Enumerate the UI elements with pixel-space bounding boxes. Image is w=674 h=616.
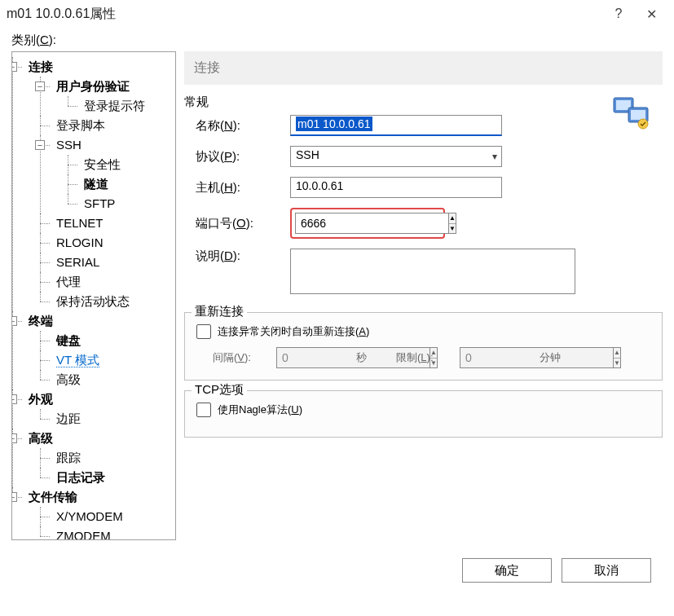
ok-button[interactable]: 确定 — [462, 558, 552, 583]
interval-unit: 秒 — [356, 350, 367, 365]
host-label: 主机(H): — [184, 180, 290, 196]
tree-advanced2[interactable]: −高级 跟踪 日志记录 — [17, 429, 174, 487]
collapse-icon[interactable]: − — [11, 62, 17, 72]
auto-reconnect-label: 连接异常关闭时自动重新连接(A) — [218, 324, 369, 339]
tree-advanced[interactable]: 高级 — [45, 370, 174, 389]
panel-header: 连接 — [184, 51, 663, 85]
tree-serial[interactable]: SERIAL — [45, 253, 174, 272]
tree-telnet[interactable]: TELNET — [45, 213, 174, 233]
tree-proxy[interactable]: 代理 — [45, 272, 174, 292]
limit-label: 限制(L): — [396, 350, 453, 365]
tree-tunnel[interactable]: 隧道 — [73, 174, 174, 194]
interval-spinner: ▲▼ — [276, 347, 350, 368]
port-input[interactable] — [295, 213, 448, 234]
connection-icon — [612, 96, 651, 133]
tree-user-auth[interactable]: −用户身份验证 登录提示符 — [45, 77, 174, 116]
tree-keyboard[interactable]: 键盘 — [45, 331, 174, 350]
desc-label: 说明(D): — [184, 249, 290, 264]
nagle-label: 使用Nagle算法(U) — [218, 403, 302, 417]
tree-ssh[interactable]: −SSH 安全性 隧道 SFTP — [45, 135, 174, 213]
category-label: 类别(C): — [11, 33, 663, 48]
spin-up-icon: ▲ — [614, 348, 620, 359]
interval-label: 间隔(V): — [213, 350, 270, 365]
nagle-checkbox[interactable]: 使用Nagle算法(U) — [196, 403, 650, 417]
port-label: 端口号(O): — [184, 216, 290, 231]
help-button[interactable]: ? — [602, 2, 635, 26]
checkbox-icon — [196, 324, 211, 339]
tree-trace[interactable]: 跟踪 — [45, 448, 174, 468]
tree-connection[interactable]: −连接 −用户身份验证 登录提示符 登录脚本 −SSH 安全性 — [17, 57, 174, 311]
titlebar: m01 10.0.0.61属性 ? ✕ — [0, 0, 674, 28]
limit-unit: 分钟 — [540, 350, 561, 365]
port-spinner[interactable]: ▲▼ — [295, 213, 393, 234]
tree-vt-mode[interactable]: VT 模式 — [45, 350, 174, 370]
collapse-icon[interactable]: − — [11, 492, 17, 502]
description-textarea[interactable] — [290, 249, 575, 294]
host-input[interactable]: 10.0.0.61 — [290, 177, 502, 198]
tcp-group: TCP选项 使用Nagle算法(U) — [184, 390, 663, 438]
category-tree[interactable]: −连接 −用户身份验证 登录提示符 登录脚本 −SSH 安全性 — [11, 51, 176, 540]
tree-xymodem[interactable]: X/YMODEM — [45, 507, 174, 526]
spinner-buttons: ▲▼ — [613, 347, 621, 368]
spinner-buttons[interactable]: ▲▼ — [448, 213, 456, 234]
tree-terminal[interactable]: −终端 键盘 VT 模式 高级 — [17, 311, 174, 389]
spin-down-icon: ▼ — [614, 359, 620, 368]
tree-zmodem[interactable]: ZMODEM — [45, 526, 174, 540]
svg-rect-3 — [631, 110, 645, 120]
collapse-icon[interactable]: − — [35, 140, 45, 150]
collapse-icon[interactable]: − — [11, 316, 17, 326]
tree-margin[interactable]: 边距 — [45, 409, 174, 429]
tree-sftp[interactable]: SFTP — [73, 194, 174, 213]
collapse-icon[interactable]: − — [11, 394, 17, 404]
tree-appearance[interactable]: −外观 边距 — [17, 389, 174, 429]
limit-input — [460, 347, 613, 368]
section-general: 常规 — [184, 95, 663, 110]
auto-reconnect-checkbox[interactable]: 连接异常关闭时自动重新连接(A) — [196, 324, 650, 339]
tree-rlogin[interactable]: RLOGIN — [45, 233, 174, 253]
protocol-label: 协议(P): — [184, 149, 290, 165]
tree-file-transfer[interactable]: −文件传输 X/YMODEM ZMODEM — [17, 487, 174, 540]
reconnect-legend: 重新连接 — [192, 304, 247, 319]
window-title: m01 10.0.0.61属性 — [7, 6, 602, 23]
tree-log[interactable]: 日志记录 — [45, 468, 174, 487]
reconnect-group: 重新连接 连接异常关闭时自动重新连接(A) 间隔(V): ▲▼ 秒 — [184, 312, 663, 381]
tree-login-script[interactable]: 登录脚本 — [45, 116, 174, 135]
tree-login-prompt[interactable]: 登录提示符 — [73, 96, 174, 116]
port-highlight: ▲▼ — [290, 208, 445, 239]
tcp-legend: TCP选项 — [192, 382, 247, 398]
cancel-button[interactable]: 取消 — [562, 558, 651, 583]
collapse-icon[interactable]: − — [11, 433, 17, 443]
name-input[interactable]: m01 10.0.0.61 — [290, 115, 502, 136]
protocol-select[interactable]: SSH ▾ — [290, 146, 502, 167]
spin-up-icon[interactable]: ▲ — [449, 213, 456, 224]
checkbox-icon — [196, 403, 211, 417]
tree-security[interactable]: 安全性 — [73, 155, 174, 174]
tree-keepalive[interactable]: 保持活动状态 — [45, 292, 174, 311]
collapse-icon[interactable]: − — [35, 81, 45, 91]
name-label: 名称(N): — [184, 118, 290, 134]
spin-down-icon[interactable]: ▼ — [449, 224, 456, 234]
limit-spinner: ▲▼ — [460, 347, 533, 368]
close-button[interactable]: ✕ — [635, 2, 667, 26]
